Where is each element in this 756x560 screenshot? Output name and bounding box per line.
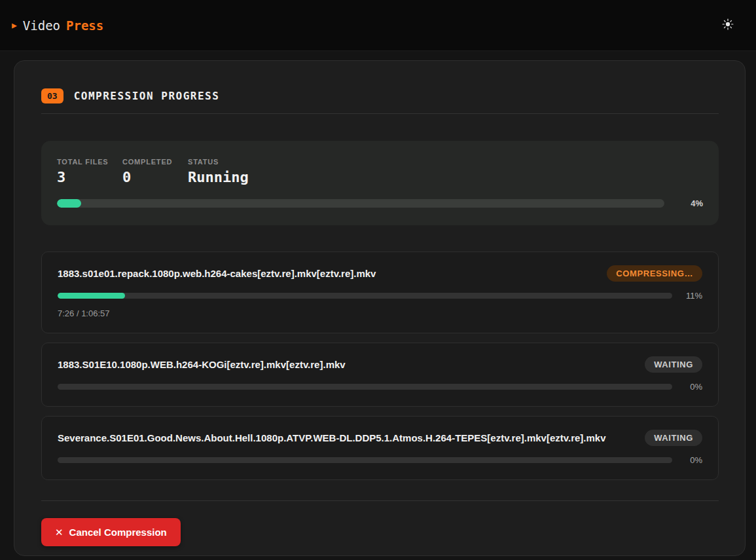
overall-progress-row: 4% xyxy=(57,198,703,208)
file-status-badge: WAITING xyxy=(645,356,702,373)
cancel-compression-button[interactable]: ✕ Cancel Compression xyxy=(41,518,181,546)
file-name: 1883.S01E10.1080p.WEB.h264-KOGi[eztv.re]… xyxy=(58,359,346,370)
file-card: 1883.S01E10.1080p.WEB.h264-KOGi[eztv.re]… xyxy=(41,343,719,407)
file-progress-percent: 0% xyxy=(672,382,702,392)
stat-value: Running xyxy=(188,169,249,185)
stat-value: 3 xyxy=(57,169,122,185)
file-progress-percent: 11% xyxy=(672,291,702,301)
stat-total-files: TOTAL FILES 3 xyxy=(57,158,122,185)
file-progress-row: 0% xyxy=(58,382,702,392)
file-progress-percent: 0% xyxy=(672,455,702,465)
file-time: 7:26 / 1:06:57 xyxy=(58,308,702,318)
section-number-badge: 03 xyxy=(41,88,63,103)
file-head: 1883.S01E10.1080p.WEB.h264-KOGi[eztv.re]… xyxy=(58,356,702,373)
section-divider xyxy=(41,113,719,114)
app-logo: ▶ VideoPress xyxy=(12,18,103,33)
file-head: 1883.s01e01.repack.1080p.web.h264-cakes[… xyxy=(58,265,702,282)
file-status-badge: COMPRESSING… xyxy=(607,265,702,282)
compression-card: 03 COMPRESSION PROGRESS TOTAL FILES 3 CO… xyxy=(14,60,746,556)
file-head: Severance.S01E01.Good.News.About.Hell.10… xyxy=(58,430,702,446)
summary-panel: TOTAL FILES 3 COMPLETED 0 STATUS Running… xyxy=(41,141,719,225)
file-progress-row: 11% xyxy=(58,291,702,301)
overall-progress-bar xyxy=(57,199,664,208)
file-card: Severance.S01E01.Good.News.About.Hell.10… xyxy=(41,416,719,480)
file-progress-bar xyxy=(58,293,672,299)
file-name: 1883.s01e01.repack.1080p.web.h264-cakes[… xyxy=(58,268,376,279)
stats-row: TOTAL FILES 3 COMPLETED 0 STATUS Running xyxy=(57,158,703,185)
play-icon: ▶ xyxy=(12,21,17,29)
file-progress-row: 0% xyxy=(58,455,702,465)
close-icon: ✕ xyxy=(55,527,63,537)
file-progress-fill xyxy=(58,293,125,299)
app-header: ▶ VideoPress xyxy=(0,0,756,51)
file-card: 1883.s01e01.repack.1080p.web.h264-cakes[… xyxy=(41,252,719,333)
stat-label: TOTAL FILES xyxy=(57,158,122,166)
cancel-button-label: Cancel Compression xyxy=(69,527,167,538)
stat-status: STATUS Running xyxy=(188,158,249,185)
section-header: 03 COMPRESSION PROGRESS xyxy=(41,88,719,103)
logo-text-press: Press xyxy=(66,18,103,33)
stat-completed: COMPLETED 0 xyxy=(122,158,188,185)
overall-progress-fill xyxy=(57,199,81,208)
stat-label: COMPLETED xyxy=(122,158,188,166)
stat-value: 0 xyxy=(122,169,188,185)
file-name: Severance.S01E01.Good.News.About.Hell.10… xyxy=(58,432,606,443)
file-progress-bar xyxy=(58,384,672,390)
file-status-badge: WAITING xyxy=(645,430,702,446)
actions-divider xyxy=(41,500,719,501)
logo-text-video: Video xyxy=(23,18,60,33)
file-progress-bar xyxy=(58,457,672,463)
theme-toggle-button[interactable] xyxy=(719,16,736,35)
file-list: 1883.s01e01.repack.1080p.web.h264-cakes[… xyxy=(41,252,719,480)
overall-progress-percent: 4% xyxy=(664,198,703,208)
sun-icon xyxy=(722,18,734,32)
stat-label: STATUS xyxy=(188,158,249,166)
section-title: COMPRESSION PROGRESS xyxy=(74,90,220,102)
